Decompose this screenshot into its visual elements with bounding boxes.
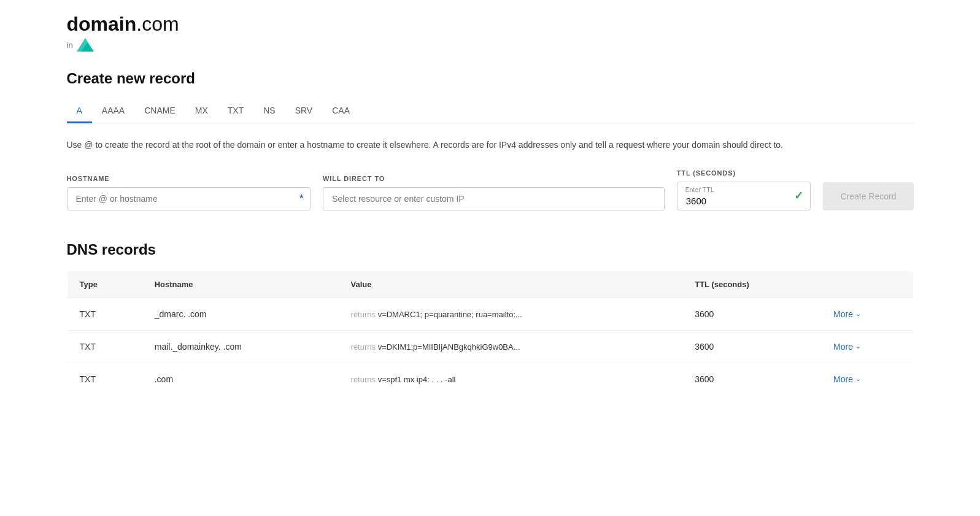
brand-logo-icon bbox=[77, 38, 94, 52]
chevron-down-icon: ⌄ bbox=[855, 342, 861, 350]
required-asterisk: * bbox=[299, 193, 303, 204]
tab-srv[interactable]: SRV bbox=[285, 99, 323, 123]
table-row: TXT _dmarc. .com returns v=DMARC1; p=qua… bbox=[67, 298, 913, 330]
record-type-tabs: A AAAA CNAME MX TXT NS SRV CAA bbox=[67, 99, 914, 123]
ttl-checkmark-icon: ✓ bbox=[794, 189, 803, 202]
tab-a[interactable]: A bbox=[67, 99, 92, 123]
record-type: TXT bbox=[67, 298, 142, 330]
record-ttl: 3600 bbox=[682, 298, 821, 330]
col-ttl: TTL (seconds) bbox=[682, 271, 821, 298]
direct-to-label: WILL DIRECT TO bbox=[323, 175, 665, 182]
tab-aaaa[interactable]: AAAA bbox=[92, 99, 134, 123]
hostname-group: HOSTNAME * bbox=[67, 175, 311, 210]
record-value: returns v=DMARC1; p=quarantine; rua=mail… bbox=[339, 298, 683, 330]
tab-caa[interactable]: CAA bbox=[322, 99, 360, 123]
record-value: returns v=spf1 mx ip4: . . . -all bbox=[339, 363, 683, 395]
dns-records-section: DNS records Type Hostname Value TTL (sec… bbox=[67, 241, 914, 396]
hostname-input-wrap: * bbox=[67, 187, 311, 210]
more-button[interactable]: More ⌄ bbox=[833, 374, 861, 384]
tab-mx[interactable]: MX bbox=[185, 99, 218, 123]
more-button[interactable]: More ⌄ bbox=[833, 309, 861, 319]
record-hostname: mail._domainkey. .com bbox=[142, 330, 339, 363]
col-type: Type bbox=[67, 271, 142, 298]
ttl-inner-label: Enter TTL bbox=[685, 187, 714, 193]
chevron-down-icon: ⌄ bbox=[855, 310, 861, 318]
record-hostname: .com bbox=[142, 363, 339, 395]
record-ttl: 3600 bbox=[682, 330, 821, 363]
ttl-label: TTL (SECONDS) bbox=[677, 169, 811, 177]
record-actions: More ⌄ bbox=[821, 298, 913, 330]
tab-ns[interactable]: NS bbox=[253, 99, 285, 123]
col-value: Value bbox=[339, 271, 683, 298]
domain-header: domain.com in bbox=[67, 12, 914, 52]
direct-to-group: WILL DIRECT TO bbox=[323, 175, 665, 210]
create-record-title: Create new record bbox=[67, 70, 914, 87]
domain-title: domain.com bbox=[67, 12, 914, 36]
record-ttl: 3600 bbox=[682, 363, 821, 395]
tab-cname[interactable]: CNAME bbox=[134, 99, 185, 123]
record-description: Use @ to create the record at the root o… bbox=[67, 138, 914, 152]
record-actions: More ⌄ bbox=[821, 330, 913, 363]
record-value: returns v=DKIM1;p=MIIBIjANBgkqhkiG9w0BA.… bbox=[339, 330, 683, 363]
dns-records-table: Type Hostname Value TTL (seconds) TXT _d… bbox=[67, 271, 914, 396]
direct-to-input[interactable] bbox=[323, 187, 665, 210]
col-hostname: Hostname bbox=[142, 271, 339, 298]
ttl-input-wrap: Enter TTL ✓ bbox=[677, 182, 811, 210]
tab-txt[interactable]: TXT bbox=[218, 99, 253, 123]
record-actions: More ⌄ bbox=[821, 363, 913, 395]
record-hostname: _dmarc. .com bbox=[142, 298, 339, 330]
create-record-button[interactable]: Create Record bbox=[823, 182, 913, 210]
chevron-down-icon: ⌄ bbox=[855, 375, 861, 383]
hostname-label: HOSTNAME bbox=[67, 175, 311, 182]
domain-in-row: in bbox=[67, 38, 914, 52]
record-type: TXT bbox=[67, 330, 142, 363]
dns-records-title: DNS records bbox=[67, 241, 914, 258]
create-record-form: HOSTNAME * WILL DIRECT TO TTL (SECONDS) … bbox=[67, 169, 914, 210]
ttl-group: TTL (SECONDS) Enter TTL ✓ bbox=[677, 169, 811, 210]
col-actions bbox=[821, 271, 913, 298]
record-type: TXT bbox=[67, 363, 142, 395]
create-record-section: Create new record A AAAA CNAME MX TXT NS… bbox=[67, 70, 914, 210]
more-button[interactable]: More ⌄ bbox=[833, 342, 861, 352]
table-row: TXT .com returns v=spf1 mx ip4: . . . -a… bbox=[67, 363, 913, 395]
hostname-input[interactable] bbox=[67, 187, 311, 210]
table-row: TXT mail._domainkey. .com returns v=DKIM… bbox=[67, 330, 913, 363]
